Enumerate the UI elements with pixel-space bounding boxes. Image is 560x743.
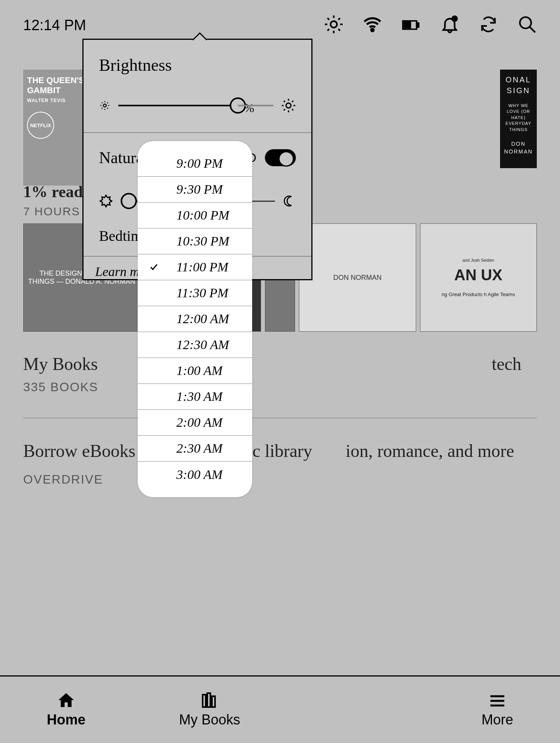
- books-icon: [200, 692, 219, 709]
- time-option[interactable]: 11:00 PM: [138, 254, 252, 280]
- time-label: 10:00 PM: [165, 208, 241, 223]
- wifi-icon[interactable]: [363, 15, 382, 36]
- netflix-badge: NETFLIX: [27, 112, 54, 139]
- menu-icon: [488, 692, 507, 709]
- svg-point-22: [103, 104, 106, 107]
- brightness-slider[interactable]: 77%: [84, 83, 311, 132]
- check-icon: [149, 262, 165, 272]
- time-option[interactable]: 11:30 PM: [138, 280, 252, 306]
- svg-line-39: [292, 101, 293, 102]
- book-author: DON NORMAN: [503, 140, 534, 155]
- my-books-count: 335 BOOKS: [23, 380, 98, 394]
- sun-outline-icon: [99, 194, 113, 208]
- brightness-low-icon: [99, 100, 111, 111]
- svg-line-3: [328, 18, 329, 20]
- time-label: 1:30 AM: [165, 389, 241, 404]
- book-title-fragment: ONAL: [505, 75, 531, 84]
- time-label: 9:00 PM: [165, 156, 241, 171]
- time-label: 2:30 AM: [165, 441, 241, 456]
- svg-point-14: [520, 17, 531, 28]
- nav-home[interactable]: Home: [47, 692, 85, 728]
- sync-icon[interactable]: [479, 15, 498, 36]
- home-icon: [57, 692, 75, 709]
- slider-thumb[interactable]: [121, 193, 137, 209]
- time-label: 12:30 AM: [165, 337, 241, 352]
- nav-label: Home: [47, 712, 85, 728]
- time-label: 2:00 AM: [165, 415, 241, 430]
- auto-toggle[interactable]: [265, 149, 296, 166]
- sections: My Books 335 BOOKS tech Borrow eBooks fr…: [23, 338, 537, 487]
- svg-rect-17: [207, 693, 210, 707]
- brightness-icon[interactable]: [324, 15, 343, 36]
- svg-rect-12: [404, 22, 410, 28]
- moon-icon: [283, 194, 296, 208]
- time-option[interactable]: 12:30 AM: [138, 332, 252, 358]
- bottom-nav: Home My Books Discover More: [0, 675, 560, 743]
- time-label: 3:00 AM: [165, 467, 241, 482]
- slider-track[interactable]: 77%: [118, 105, 273, 106]
- time-option[interactable]: 1:00 AM: [138, 358, 252, 384]
- battery-icon[interactable]: [401, 15, 421, 36]
- time-option[interactable]: 12:00 AM: [138, 306, 252, 332]
- book-cover[interactable]: and Josh Seiden AN UX ng Great Products …: [420, 223, 537, 332]
- svg-rect-11: [417, 23, 418, 27]
- svg-point-31: [286, 103, 291, 108]
- tech-heading[interactable]: tech: [492, 354, 521, 394]
- time-option[interactable]: 2:00 AM: [138, 410, 252, 436]
- time-option[interactable]: 2:30 AM: [138, 436, 252, 462]
- svg-line-7: [328, 29, 329, 31]
- svg-point-9: [371, 29, 374, 31]
- popover-title: Brightness: [84, 40, 311, 83]
- svg-line-30: [107, 102, 108, 103]
- svg-rect-18: [212, 696, 215, 707]
- time-label: 10:30 PM: [165, 234, 241, 249]
- status-icons: [324, 15, 537, 36]
- book-cover[interactable]: DON NORMAN: [299, 223, 416, 332]
- svg-line-28: [107, 108, 108, 109]
- time-option[interactable]: 3:00 AM: [138, 462, 252, 487]
- slider-thumb[interactable]: [230, 97, 246, 114]
- svg-line-4: [338, 29, 340, 31]
- svg-point-0: [331, 21, 337, 28]
- svg-point-13: [452, 16, 457, 21]
- svg-line-8: [338, 18, 340, 20]
- book-title-fragment: SIGN: [507, 86, 530, 95]
- svg-line-36: [284, 101, 285, 102]
- time-label: 11:00 PM: [165, 260, 241, 274]
- overdrive-label: OVERDRIVE: [23, 472, 537, 487]
- time-label: 1:00 AM: [165, 363, 241, 378]
- book-cover-emotional-design[interactable]: ONAL SIGN WHY WE LOVE (OR HATE) EVERYDAY…: [500, 70, 537, 168]
- bedtime-time-picker: 9:00 PM9:30 PM10:00 PM10:30 PM11:00 PM11…: [138, 141, 252, 497]
- svg-line-37: [292, 109, 293, 110]
- nav-mybooks[interactable]: My Books: [179, 692, 240, 728]
- search-icon[interactable]: [517, 15, 537, 36]
- time-option[interactable]: 10:30 PM: [138, 228, 252, 254]
- time-label: 11:30 PM: [165, 286, 241, 300]
- svg-line-15: [529, 27, 535, 32]
- time-option[interactable]: 1:30 AM: [138, 384, 252, 410]
- svg-line-27: [102, 102, 102, 103]
- my-books-heading[interactable]: My Books: [23, 354, 98, 374]
- svg-rect-16: [203, 695, 206, 707]
- time-label: 12:00 AM: [165, 312, 241, 326]
- time-option[interactable]: 10:00 PM: [138, 203, 252, 228]
- svg-line-38: [284, 109, 285, 110]
- time-label: 9:30 PM: [165, 182, 241, 197]
- nav-label: More: [481, 712, 513, 728]
- status-time: 12:14 PM: [23, 17, 86, 34]
- nav-label: My Books: [179, 712, 240, 728]
- time-option[interactable]: 9:30 PM: [138, 177, 252, 203]
- svg-line-29: [102, 108, 102, 109]
- promo-right-text: ion, romance, and more: [346, 440, 537, 463]
- svg-marker-40: [100, 195, 112, 207]
- nav-more[interactable]: More: [481, 692, 513, 728]
- notification-icon[interactable]: [440, 15, 459, 36]
- time-option[interactable]: 9:00 PM: [138, 151, 252, 177]
- brightness-high-icon: [281, 98, 296, 113]
- book-subtitle: WHY WE LOVE (OR HATE) EVERYDAY THINGS: [503, 103, 534, 133]
